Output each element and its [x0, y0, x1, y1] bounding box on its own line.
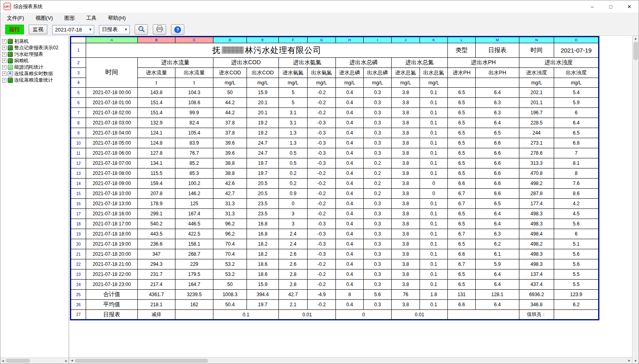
value-cell[interactable]: 6.4 — [476, 219, 519, 229]
value-cell[interactable]: 287.8 — [519, 189, 554, 199]
value-cell[interactable]: 6.4 — [554, 118, 599, 128]
value-cell[interactable]: 96.2 — [213, 229, 247, 239]
value-cell[interactable]: 0.3 — [364, 229, 392, 239]
footer-cell[interactable] — [554, 310, 599, 320]
value-cell[interactable]: 177.4 — [519, 199, 554, 209]
value-cell[interactable]: 4361.7 — [138, 290, 175, 300]
sidebar-item-5[interactable]: +R连续蒸粮实时数据 — [1, 70, 68, 77]
value-cell[interactable]: 6.7 — [448, 229, 476, 239]
value-cell[interactable]: 0 — [420, 189, 448, 199]
value-cell[interactable]: 3.8 — [392, 219, 420, 229]
time-cell[interactable]: 2021-07-18 08:00 — [86, 168, 138, 179]
value-cell[interactable]: 0.5 — [279, 158, 308, 168]
time-cell[interactable]: 2021-07-18 13:00 — [86, 199, 138, 209]
group-header[interactable]: 进出水总磷 — [336, 58, 392, 68]
value-cell[interactable]: 7.6 — [554, 179, 599, 189]
time-cell[interactable]: 2021-07-18 20:00 — [86, 249, 138, 259]
column-header-I[interactable]: I — [364, 37, 392, 43]
value-cell[interactable]: -0.3 — [308, 239, 336, 249]
value-cell[interactable]: 0.3 — [364, 249, 392, 259]
menu-graphics[interactable]: 图形 — [64, 15, 75, 22]
value-cell[interactable]: 8 — [554, 168, 599, 179]
value-cell[interactable]: 6.7 — [448, 199, 476, 209]
sub-header[interactable]: 进水氨氮 — [279, 68, 308, 78]
sub-header[interactable]: 出水COD — [247, 68, 279, 78]
value-cell[interactable]: 6.6 — [476, 189, 519, 199]
value-cell[interactable]: 6.5 — [448, 280, 476, 290]
row-header-9[interactable]: 9 — [71, 128, 86, 138]
time-column-header[interactable]: 时间 — [86, 58, 138, 88]
footer-cell[interactable] — [175, 310, 213, 320]
value-cell[interactable]: 53.2 — [213, 269, 247, 280]
value-cell[interactable]: 24.7 — [247, 138, 279, 148]
value-cell[interactable]: 20.1 — [247, 108, 279, 118]
column-header-G[interactable]: G — [308, 37, 336, 43]
value-cell[interactable]: 0.4 — [336, 138, 364, 148]
value-cell[interactable]: 498.3 — [519, 249, 554, 259]
value-cell[interactable]: 6.5 — [476, 128, 519, 138]
expand-plus-icon[interactable]: + — [2, 59, 6, 63]
value-cell[interactable]: 20.5 — [247, 189, 279, 199]
value-cell[interactable]: 498.2 — [519, 179, 554, 189]
value-cell[interactable]: 6.5 — [448, 239, 476, 249]
sub-header[interactable]: 出水总氮 — [420, 68, 448, 78]
sub-header[interactable]: 出水浊度 — [554, 68, 599, 78]
value-cell[interactable]: 0.4 — [336, 168, 364, 179]
value-cell[interactable]: 0.1 — [420, 300, 448, 310]
value-cell[interactable]: 6.5 — [448, 88, 476, 98]
unit-cell[interactable] — [448, 78, 476, 88]
time-cell[interactable]: 2021-07-18 02:00 — [86, 108, 138, 118]
value-cell[interactable]: 498.2 — [519, 239, 554, 249]
time-cell[interactable]: 2021-07-18 19:00 — [86, 239, 138, 249]
time-cell[interactable]: 2021-07-18 01:00 — [86, 98, 138, 108]
value-cell[interactable]: 5.6 — [554, 259, 599, 269]
vertical-scrollbar[interactable]: ▲ ▼ — [632, 36, 639, 364]
value-cell[interactable]: 6.1 — [476, 249, 519, 259]
value-cell[interactable]: 18.6 — [247, 269, 279, 280]
time-cell[interactable]: 2021-07-18 04:00 — [86, 128, 138, 138]
value-cell[interactable]: 1.8 — [420, 290, 448, 300]
row-header-3[interactable]: 3 — [71, 68, 86, 78]
column-header-F[interactable]: F — [279, 37, 308, 43]
row-header-6[interactable]: 6 — [71, 98, 86, 108]
value-cell[interactable]: 0.2 — [364, 168, 392, 179]
footer-cell[interactable]: 0.01 — [392, 310, 448, 320]
value-cell[interactable]: 4.2 — [554, 199, 599, 209]
value-cell[interactable]: 347 — [138, 249, 175, 259]
value-cell[interactable]: 85.3 — [175, 168, 213, 179]
group-header[interactable]: 进出水COD — [213, 58, 279, 68]
value-cell[interactable]: 6.4 — [476, 280, 519, 290]
value-cell[interactable]: 0.3 — [364, 300, 392, 310]
time-cell[interactable]: 2021-07-18 21:00 — [86, 259, 138, 269]
value-cell[interactable]: 6.5 — [448, 158, 476, 168]
row-header-14[interactable]: 14 — [71, 179, 86, 189]
value-cell[interactable]: 5.1 — [554, 239, 599, 249]
value-cell[interactable]: 6.5 — [448, 128, 476, 138]
value-cell[interactable]: 6.7 — [448, 259, 476, 269]
value-cell[interactable]: 38.8 — [213, 168, 247, 179]
value-cell[interactable]: 3.8 — [392, 148, 420, 158]
value-cell[interactable]: 146.2 — [175, 189, 213, 199]
expand-plus-icon[interactable]: + — [2, 52, 6, 57]
row-header-19[interactable]: 19 — [71, 229, 86, 239]
column-header-N[interactable]: N — [519, 37, 554, 43]
value-cell[interactable]: 8.1 — [554, 158, 599, 168]
sub-header[interactable]: 出水流量 — [175, 68, 213, 78]
value-cell[interactable]: 42.7 — [279, 290, 308, 300]
row-header-20[interactable]: 20 — [71, 239, 86, 249]
value-cell[interactable]: -0.2 — [308, 280, 336, 290]
sub-header[interactable]: 出水氨氮 — [308, 68, 336, 78]
value-cell[interactable]: 470.8 — [519, 168, 554, 179]
value-cell[interactable]: 42.7 — [213, 189, 247, 199]
value-cell[interactable]: 2.6 — [279, 259, 308, 269]
value-cell[interactable]: 6.4 — [476, 300, 519, 310]
value-cell[interactable]: 20.1 — [247, 98, 279, 108]
value-cell[interactable]: 6936.2 — [519, 290, 554, 300]
value-cell[interactable]: -0.2 — [308, 209, 336, 219]
value-cell[interactable]: 38.8 — [213, 158, 247, 168]
close-button[interactable]: ✕ — [620, 0, 639, 13]
time-cell[interactable]: 2021-07-18 22:00 — [86, 269, 138, 280]
value-cell[interactable]: 228.5 — [519, 118, 554, 128]
value-cell[interactable]: 6.5 — [448, 148, 476, 158]
group-header[interactable]: 进出水总氮 — [392, 58, 448, 68]
